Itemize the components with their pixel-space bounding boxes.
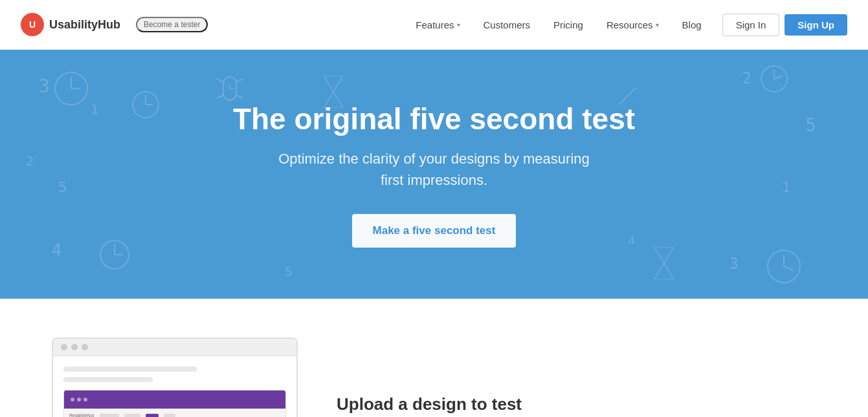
- svg-point-6: [100, 241, 129, 269]
- nav-pricing[interactable]: Pricing: [543, 14, 594, 36]
- logo-icon: U: [21, 13, 44, 36]
- svg-line-14: [784, 266, 793, 270]
- main-nav: U UsabilityHub Become a tester Features …: [0, 0, 868, 50]
- nav-customers[interactable]: Customers: [473, 14, 541, 36]
- section-text: Upload a design to test Five second test…: [337, 394, 816, 417]
- browser-mockup: RetailMeNot 500,000+ Coupons for 50,000 …: [52, 337, 298, 417]
- hero-subheading: Optimize the clarity of your designs by …: [266, 148, 603, 191]
- browser-dot-3: [82, 344, 88, 350]
- mockup-line-1: [63, 367, 197, 372]
- inner-browser-bar: [64, 390, 285, 409]
- features-chevron-icon: ▾: [457, 21, 460, 28]
- upload-section: RetailMeNot 500,000+ Coupons for 50,000 …: [0, 299, 868, 417]
- browser-dot-2: [71, 344, 78, 350]
- svg-marker-18: [635, 87, 638, 91]
- signup-button[interactable]: Sign Up: [785, 14, 847, 36]
- svg-line-20: [217, 79, 223, 82]
- svg-rect-19: [223, 77, 236, 100]
- hero-section: 3 1 5 4 2 5 3 4 1 2 5 The original five …: [0, 50, 868, 299]
- hero-cta-button[interactable]: Make a five second test: [352, 214, 517, 248]
- mockup-line-2: [63, 377, 153, 382]
- svg-point-3: [133, 92, 159, 118]
- browser-dot-1: [61, 344, 67, 350]
- inner-browser: RetailMeNot 500,000+ Coupons for 50,000 …: [63, 390, 286, 417]
- svg-point-9: [761, 66, 787, 92]
- signin-button[interactable]: Sign In: [722, 14, 780, 36]
- nav-links: Features ▾ Customers Pricing Resources ▾…: [405, 14, 711, 36]
- svg-marker-16: [654, 247, 674, 279]
- logo-text: UsabilityHub: [49, 18, 120, 32]
- resources-chevron-icon: ▾: [656, 21, 659, 28]
- section-image: RetailMeNot 500,000+ Coupons for 50,000 …: [52, 337, 298, 417]
- nav-resources[interactable]: Resources ▾: [596, 14, 669, 36]
- svg-point-12: [768, 250, 800, 283]
- svg-point-0: [55, 72, 87, 105]
- section-heading: Upload a design to test: [337, 394, 816, 414]
- browser-content: RetailMeNot 500,000+ Coupons for 50,000 …: [53, 356, 296, 417]
- inner-browser-nav: RetailMeNot: [64, 409, 285, 417]
- browser-bar: [53, 339, 296, 356]
- svg-line-23: [236, 95, 243, 98]
- svg-line-22: [236, 79, 243, 82]
- svg-line-21: [217, 95, 223, 98]
- svg-line-11: [774, 76, 783, 79]
- logo-link[interactable]: U UsabilityHub: [21, 13, 120, 36]
- nav-blog[interactable]: Blog: [672, 14, 712, 36]
- mockup-address-bar: [63, 367, 286, 382]
- nav-actions: Sign In Sign Up: [722, 14, 847, 36]
- become-tester-button[interactable]: Become a tester: [136, 17, 208, 32]
- hero-heading: The original five second test: [233, 102, 635, 136]
- nav-features[interactable]: Features ▾: [405, 14, 470, 36]
